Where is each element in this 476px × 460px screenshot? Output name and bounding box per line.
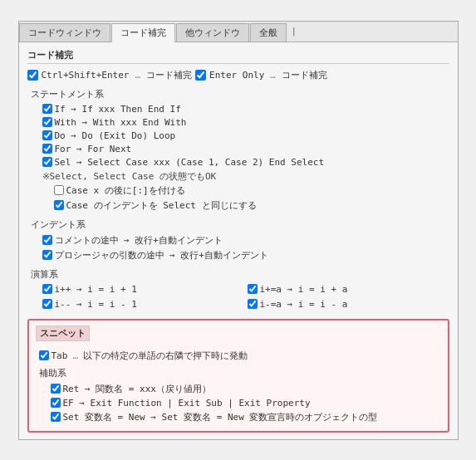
tab-code-window[interactable]: コードウィンドウ [19,23,110,42]
ef-label: EF → Exit Function | Exit Sub | Exit Pro… [63,398,311,409]
calc-grid: i++ → i = i + 1 i+=a → i = i + a i-- → i… [42,284,449,312]
list-item: Sel → Select Case xxx (Case 1, Case 2) E… [42,157,449,168]
list-item: コメントの途中 → 改行+自動インデント [42,234,449,247]
tab-item: Tab … 以下の特定の単語の右隣で押下時に発動 [39,350,441,362]
tab-general[interactable]: 全般 [250,23,287,42]
list-item: If → If xxx Then End If [42,104,449,115]
tab-checkbox[interactable] [39,350,49,360]
set-checkbox[interactable] [51,412,61,422]
sep2: … [270,70,276,81]
iplusea-label: i+=a → i = i + a [260,284,348,295]
ret-label: Ret → 関数名 = xxx（戻り値用） [63,383,211,395]
statement-group: ステートメント系 If → If xxx Then End If With → … [27,88,449,212]
list-item: For → For Next [42,144,449,154]
indent-group: インデント系 コメントの途中 → 改行+自動インデント プロシージャの引数の途中… [27,218,449,262]
sel-note: ※Select, Select Case の状態でもOK [42,170,449,183]
tab-code-complete[interactable]: コード補完 [111,23,175,42]
tab-bar: コードウィンドウ コード補完 他ウィンドウ 全般 | [19,22,458,42]
enter-only-desc: コード補完 [282,69,327,81]
enter-only-checkbox[interactable] [195,70,206,81]
ret-checkbox[interactable] [51,384,61,394]
snipet-subgroup: 補助系 Ret → 関数名 = xxx（戻り値用） EF → Exit Func… [36,367,441,423]
proc-indent-checkbox[interactable] [42,250,52,260]
list-item: i+=a → i = i + a [248,284,449,295]
statement-group-title: ステートメント系 [31,88,449,100]
do-label: Do → Do (Exit Do) Loop [55,130,176,141]
comment-indent-label: コメントの途中 → 改行+自動インデント [55,234,223,247]
header-row: Ctrl+Shift+Enter … コード補完 Enter Only … コー… [27,69,449,81]
for-label: For → For Next [55,144,132,154]
if-label: If → If xxx Then End If [55,104,181,115]
do-checkbox[interactable] [42,130,52,140]
iplus-checkbox[interactable] [42,284,52,294]
sep1: … [135,70,140,81]
iminusea-label: i-=a → i = i - a [260,299,348,310]
proc-indent-label: プロシージャの引数の途中 → 改行+自動インデント [55,249,269,262]
ctrl-shift-enter-desc: コード補完 [146,69,192,81]
iminus-checkbox[interactable] [42,299,52,309]
list-item: EF → Exit Function | Exit Sub | Exit Pro… [51,398,441,409]
settings-window: コードウィンドウ コード補完 他ウィンドウ 全般 | コード補完 Ctrl+Sh… [18,21,459,440]
tab-label: Tab [52,350,68,361]
sel-checkbox[interactable] [42,157,52,167]
enter-only-label: Enter Only [209,70,264,81]
tab-desc: 以下の特定の単語の右隣で押下時に発動 [83,350,248,362]
iminusea-checkbox[interactable] [248,299,258,309]
sel-label: Sel → Select Case xxx (Case 1, Case 2) E… [55,157,325,168]
section-title: コード補完 [27,49,449,64]
iminus-label: i-- → i = i - 1 [55,299,137,310]
indent-group-title: インデント系 [31,218,449,231]
ef-checkbox[interactable] [51,398,61,408]
list-item: Set 変数名 = New → Set 変数名 = New 変数宣言時のオブジェ… [51,411,441,423]
list-item: i-- → i = i - 1 [42,299,244,310]
comment-indent-checkbox[interactable] [42,235,52,245]
with-checkbox[interactable] [42,117,52,127]
list-item: Case のインデントを Select と同じにする [54,199,449,212]
ctrl-shift-enter-checkbox[interactable] [27,70,38,81]
tab-other-window[interactable]: 他ウィンドウ [176,23,249,42]
case-indent-label: Case のインデントを Select と同じにする [66,199,257,212]
snipet-section: スニペット Tab … 以下の特定の単語の右隣で押下時に発動 補助系 Ret →… [27,319,449,433]
case-colon-checkbox[interactable] [54,185,64,195]
list-item: プロシージャの引数の途中 → 改行+自動インデント [42,249,449,262]
list-item: Do → Do (Exit Do) Loop [42,130,449,141]
snipet-title: スニペット [36,325,90,341]
ctrl-shift-enter-label: Ctrl+Shift+Enter [42,70,130,81]
tab-sep: … [72,350,78,361]
list-item: With → With xxx End With [42,117,449,128]
calc-group-title: 演算系 [31,268,449,281]
list-item: Case x の後に[:]を付ける [54,184,449,197]
calc-group: 演算系 i++ → i = i + 1 i+=a → i = i + a i--… [27,268,449,312]
list-item: Ret → 関数名 = xxx（戻り値用） [51,383,441,395]
iplus-label: i++ → i = i + 1 [55,284,137,295]
set-label: Set 変数名 = New → Set 変数名 = New 変数宣言時のオブジェ… [63,411,378,423]
case-colon-label: Case x の後に[:]を付ける [66,184,185,197]
if-checkbox[interactable] [42,104,52,114]
case-indent-checkbox[interactable] [54,200,64,210]
for-checkbox[interactable] [42,144,52,154]
snipet-subgroup-title: 補助系 [39,367,441,379]
tab-divider: | [287,23,302,39]
list-item: i++ → i = i + 1 [42,284,244,295]
content-area: コード補完 Ctrl+Shift+Enter … コード補完 Enter Onl… [19,42,458,439]
iplusea-checkbox[interactable] [248,284,258,294]
with-label: With → With xxx End With [55,117,187,128]
list-item: i-=a → i = i - a [248,299,449,310]
